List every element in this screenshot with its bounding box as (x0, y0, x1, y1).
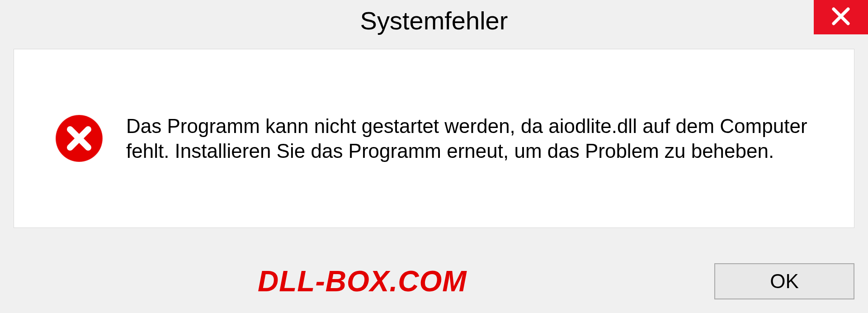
error-dialog: Systemfehler Das Programm kann nicht ges… (0, 0, 868, 313)
watermark-text: DLL-BOX.COM (258, 265, 467, 298)
error-icon (55, 114, 104, 163)
close-icon (831, 6, 851, 28)
error-message: Das Programm kann nicht gestartet werden… (126, 114, 827, 163)
dialog-title: Systemfehler (360, 6, 508, 35)
ok-button[interactable]: OK (714, 263, 854, 299)
content-panel: Das Programm kann nicht gestartet werden… (14, 49, 854, 228)
close-button[interactable] (814, 0, 868, 34)
title-bar: Systemfehler (0, 0, 868, 41)
dialog-footer: DLL-BOX.COM OK (0, 259, 868, 304)
